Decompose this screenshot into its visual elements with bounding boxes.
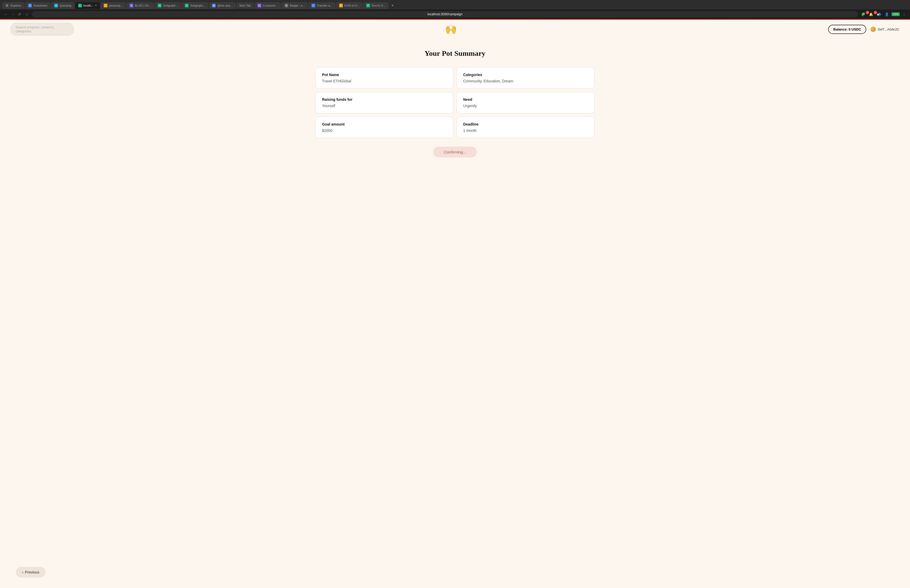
tab-favicon-localhost: L: [78, 4, 82, 7]
tab-label-compo: Compone...: [263, 4, 278, 7]
previous-button-label: Previous: [25, 570, 39, 574]
card-raising-for: Raising funds for Yourself: [315, 92, 453, 113]
wallet-dot-icon: [871, 27, 876, 32]
search-bar[interactable]: Search projects, creators, categories: [11, 23, 74, 36]
tab-localhost[interactable]: L localh... ×: [75, 2, 100, 9]
back-button[interactable]: ←: [3, 11, 9, 17]
tab-label-badge: Badge - s...: [290, 4, 305, 7]
goal-amount-value: $2000: [322, 128, 447, 132]
tab-javascript[interactable]: J javascrip...: [100, 2, 126, 9]
tab-favicon-textto: T: [366, 4, 370, 7]
tab-favicon-substream: S: [28, 4, 32, 7]
menu-icon[interactable]: ⋮: [901, 11, 907, 17]
tab-textto[interactable]: T Text to O...: [363, 2, 389, 9]
tab-label-usd: $1.00 | US...: [135, 4, 151, 7]
browser-actions: 🧩 🔔 2 📬 1 👤 VPN ⋮: [860, 11, 907, 17]
tab-favicon-javascript: J: [104, 4, 107, 7]
tab-favicon-evm: E: [339, 4, 343, 7]
browser-chrome: E Explorer S Substream Q Querying L loca…: [0, 0, 910, 19]
tab-evm[interactable]: E EVM on F...: [336, 2, 362, 9]
tab-favicon-querying: Q: [54, 4, 58, 7]
goal-amount-label: Goal amount: [322, 122, 447, 126]
raising-for-value: Yourself: [322, 104, 447, 108]
need-value: Urgently: [463, 104, 588, 108]
page-title: Your Pot Summary: [315, 49, 595, 58]
pot-name-value: Travel ETHGlobal: [322, 79, 447, 83]
confirm-btn-wrapper: Confirming...: [315, 147, 595, 157]
address-bar: ← → ↺ ☆ 🧩 🔔 2 📬 1 👤 VPN ⋮: [0, 10, 910, 19]
tab-label-textto: Text to O...: [372, 4, 385, 7]
card-goal-amount: Goal amount $2000: [315, 116, 453, 138]
tab-label-javascript: javascrip...: [109, 4, 123, 7]
raising-for-label: Raising funds for: [322, 97, 447, 102]
tab-label-querying: Querying: [60, 4, 71, 7]
tab-newtab[interactable]: New Tab: [236, 2, 254, 9]
tab-close-localhost[interactable]: ×: [95, 4, 97, 7]
profile-icon[interactable]: 👤: [884, 11, 890, 17]
tab-favicon-compo: C: [257, 4, 261, 7]
reload-button[interactable]: ↺: [17, 11, 22, 17]
tab-label-livegue: @live que...: [217, 4, 233, 7]
url-input[interactable]: [32, 11, 858, 17]
tab-transfer[interactable]: T Transfer a...: [308, 2, 335, 9]
categories-value: Community, Education, Dream: [463, 79, 588, 83]
tab-label-evm: EVM on F...: [344, 4, 359, 7]
tab-compo[interactable]: C Compone...: [254, 2, 281, 9]
wallet-address-text: 0xf7...A04c2C: [878, 27, 899, 31]
vpn-badge[interactable]: VPN: [892, 12, 900, 16]
tab-label-substream: Substream: [34, 4, 47, 7]
tab-favicon-livegue: @: [212, 4, 216, 7]
previous-button[interactable]: ‹ Previous: [16, 567, 45, 577]
tab-favicon-usd: $: [129, 4, 133, 7]
need-label: Need: [463, 97, 588, 102]
extensions-icon[interactable]: 🧩: [860, 11, 866, 17]
deadline-label: Deadline: [463, 122, 588, 126]
logo: 🙌: [445, 24, 457, 35]
tab-favicon-subgraph2: S: [185, 4, 189, 7]
tab-bar: E Explorer S Substream Q Querying L loca…: [0, 0, 910, 10]
tab-label-transfer: Transfer a...: [317, 4, 332, 7]
tab-favicon-subgraph1: S: [158, 4, 162, 7]
card-need: Need Urgently: [457, 92, 595, 113]
categories-label: Categories: [463, 73, 588, 77]
tab-label-subgraph1: Subgraph...: [163, 4, 178, 7]
tab-favicon-transfer: T: [312, 4, 315, 7]
tab-label-explorer: Explorer: [11, 4, 21, 7]
tab-querying[interactable]: Q Querying: [51, 2, 74, 9]
tab-favicon-explorer: E: [5, 4, 9, 7]
pot-name-label: Pot Name: [322, 73, 447, 77]
previous-arrow-icon: ‹: [22, 570, 23, 574]
card-pot-name: Pot Name Travel ETHGlobal: [315, 67, 453, 89]
forward-button[interactable]: →: [10, 11, 16, 17]
card-categories: Categories Community, Education, Dream: [457, 67, 595, 89]
deadline-value: 1 month: [463, 128, 588, 132]
tab-subgraph2[interactable]: S Subgraph...: [182, 2, 208, 9]
tab-label-localhost: localh...: [84, 4, 94, 7]
bookmark-button[interactable]: ☆: [24, 11, 30, 17]
tab-livegue[interactable]: @ @live que...: [209, 2, 236, 9]
new-tab-button[interactable]: +: [389, 2, 396, 10]
tab-subgraph1[interactable]: S Subgraph...: [155, 2, 181, 9]
summary-grid: Pot Name Travel ETHGlobal Categories Com…: [315, 67, 595, 138]
balance-button[interactable]: Balance: 0 USDC: [828, 25, 866, 34]
tab-favicon-badge: B: [284, 4, 288, 7]
tab-label-newtab: New Tab: [239, 4, 251, 7]
header-right: Balance: 0 USDC 0xf7...A04c2C: [828, 25, 899, 34]
tab-label-subgraph2: Subgraph...: [190, 4, 205, 7]
tab-usd[interactable]: $ $1.00 | US...: [126, 2, 154, 9]
wallet-address[interactable]: 0xf7...A04c2C: [871, 27, 899, 32]
confirm-button[interactable]: Confirming...: [433, 147, 477, 157]
logo-icon: 🙌: [445, 24, 457, 35]
tab-badge[interactable]: B Badge - s...: [281, 2, 308, 9]
tab-explorer[interactable]: E Explorer: [2, 2, 24, 9]
nav-buttons: ← → ↺: [3, 11, 22, 17]
site-header: Search projects, creators, categories 🙌 …: [0, 20, 910, 39]
card-deadline: Deadline 1 month: [457, 116, 595, 138]
main-content: Your Pot Summary Pot Name Travel ETHGlob…: [310, 49, 600, 157]
tab-substream[interactable]: S Substream: [25, 2, 50, 9]
